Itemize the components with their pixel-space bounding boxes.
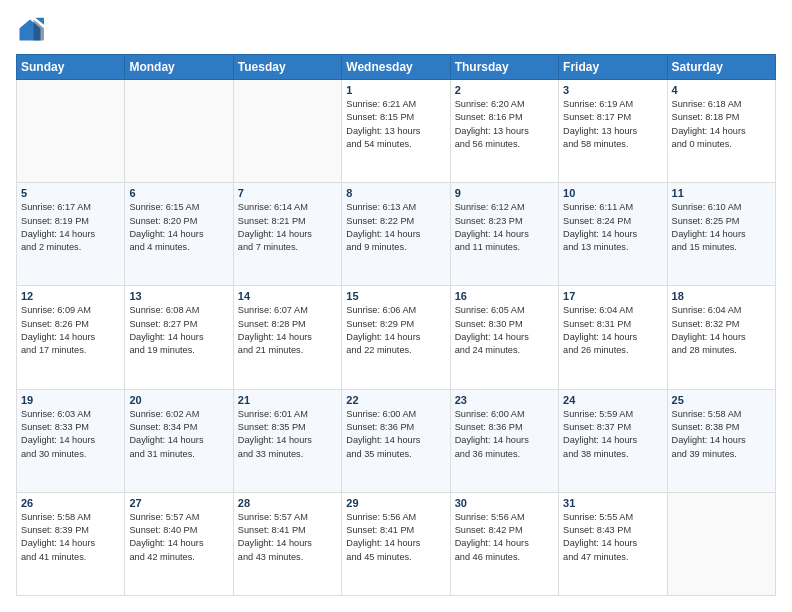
week-row-5: 26Sunrise: 5:58 AMSunset: 8:39 PMDayligh…: [17, 492, 776, 595]
header: [16, 16, 776, 44]
day-info: Sunrise: 6:12 AMSunset: 8:23 PMDaylight:…: [455, 201, 554, 254]
day-info: Sunrise: 6:00 AMSunset: 8:36 PMDaylight:…: [346, 408, 445, 461]
calendar-cell: 23Sunrise: 6:00 AMSunset: 8:36 PMDayligh…: [450, 389, 558, 492]
day-number: 15: [346, 290, 445, 302]
day-info: Sunrise: 5:56 AMSunset: 8:41 PMDaylight:…: [346, 511, 445, 564]
calendar-cell: [667, 492, 775, 595]
day-info: Sunrise: 6:10 AMSunset: 8:25 PMDaylight:…: [672, 201, 771, 254]
calendar-cell: 30Sunrise: 5:56 AMSunset: 8:42 PMDayligh…: [450, 492, 558, 595]
day-info: Sunrise: 6:08 AMSunset: 8:27 PMDaylight:…: [129, 304, 228, 357]
calendar-cell: 20Sunrise: 6:02 AMSunset: 8:34 PMDayligh…: [125, 389, 233, 492]
weekday-header-tuesday: Tuesday: [233, 55, 341, 80]
calendar-table: SundayMondayTuesdayWednesdayThursdayFrid…: [16, 54, 776, 596]
day-number: 3: [563, 84, 662, 96]
calendar-cell: 1Sunrise: 6:21 AMSunset: 8:15 PMDaylight…: [342, 80, 450, 183]
calendar-cell: 21Sunrise: 6:01 AMSunset: 8:35 PMDayligh…: [233, 389, 341, 492]
day-number: 26: [21, 497, 120, 509]
day-number: 7: [238, 187, 337, 199]
calendar-cell: 28Sunrise: 5:57 AMSunset: 8:41 PMDayligh…: [233, 492, 341, 595]
day-info: Sunrise: 6:19 AMSunset: 8:17 PMDaylight:…: [563, 98, 662, 151]
weekday-header-thursday: Thursday: [450, 55, 558, 80]
day-info: Sunrise: 6:18 AMSunset: 8:18 PMDaylight:…: [672, 98, 771, 151]
day-number: 1: [346, 84, 445, 96]
calendar-cell: 16Sunrise: 6:05 AMSunset: 8:30 PMDayligh…: [450, 286, 558, 389]
calendar-cell: 14Sunrise: 6:07 AMSunset: 8:28 PMDayligh…: [233, 286, 341, 389]
day-number: 12: [21, 290, 120, 302]
day-number: 24: [563, 394, 662, 406]
day-info: Sunrise: 5:56 AMSunset: 8:42 PMDaylight:…: [455, 511, 554, 564]
calendar-cell: 10Sunrise: 6:11 AMSunset: 8:24 PMDayligh…: [559, 183, 667, 286]
weekday-header-row: SundayMondayTuesdayWednesdayThursdayFrid…: [17, 55, 776, 80]
calendar-cell: 7Sunrise: 6:14 AMSunset: 8:21 PMDaylight…: [233, 183, 341, 286]
calendar-cell: 22Sunrise: 6:00 AMSunset: 8:36 PMDayligh…: [342, 389, 450, 492]
day-info: Sunrise: 6:00 AMSunset: 8:36 PMDaylight:…: [455, 408, 554, 461]
day-number: 17: [563, 290, 662, 302]
day-number: 16: [455, 290, 554, 302]
week-row-1: 1Sunrise: 6:21 AMSunset: 8:15 PMDaylight…: [17, 80, 776, 183]
day-number: 21: [238, 394, 337, 406]
day-info: Sunrise: 5:57 AMSunset: 8:40 PMDaylight:…: [129, 511, 228, 564]
weekday-header-friday: Friday: [559, 55, 667, 80]
page: SundayMondayTuesdayWednesdayThursdayFrid…: [0, 0, 792, 612]
day-number: 31: [563, 497, 662, 509]
day-info: Sunrise: 6:17 AMSunset: 8:19 PMDaylight:…: [21, 201, 120, 254]
weekday-header-saturday: Saturday: [667, 55, 775, 80]
calendar-cell: 9Sunrise: 6:12 AMSunset: 8:23 PMDaylight…: [450, 183, 558, 286]
day-number: 23: [455, 394, 554, 406]
calendar-cell: 11Sunrise: 6:10 AMSunset: 8:25 PMDayligh…: [667, 183, 775, 286]
day-number: 22: [346, 394, 445, 406]
calendar-cell: [125, 80, 233, 183]
day-number: 30: [455, 497, 554, 509]
day-info: Sunrise: 6:04 AMSunset: 8:32 PMDaylight:…: [672, 304, 771, 357]
logo: [16, 16, 48, 44]
day-info: Sunrise: 6:15 AMSunset: 8:20 PMDaylight:…: [129, 201, 228, 254]
calendar-cell: 5Sunrise: 6:17 AMSunset: 8:19 PMDaylight…: [17, 183, 125, 286]
weekday-header-wednesday: Wednesday: [342, 55, 450, 80]
calendar-cell: [17, 80, 125, 183]
day-info: Sunrise: 6:06 AMSunset: 8:29 PMDaylight:…: [346, 304, 445, 357]
day-info: Sunrise: 6:20 AMSunset: 8:16 PMDaylight:…: [455, 98, 554, 151]
day-info: Sunrise: 6:21 AMSunset: 8:15 PMDaylight:…: [346, 98, 445, 151]
weekday-header-sunday: Sunday: [17, 55, 125, 80]
calendar-cell: 26Sunrise: 5:58 AMSunset: 8:39 PMDayligh…: [17, 492, 125, 595]
day-info: Sunrise: 5:57 AMSunset: 8:41 PMDaylight:…: [238, 511, 337, 564]
day-info: Sunrise: 6:11 AMSunset: 8:24 PMDaylight:…: [563, 201, 662, 254]
day-number: 13: [129, 290, 228, 302]
day-number: 28: [238, 497, 337, 509]
day-number: 10: [563, 187, 662, 199]
calendar-cell: [233, 80, 341, 183]
day-info: Sunrise: 5:58 AMSunset: 8:39 PMDaylight:…: [21, 511, 120, 564]
calendar-cell: 12Sunrise: 6:09 AMSunset: 8:26 PMDayligh…: [17, 286, 125, 389]
calendar-cell: 27Sunrise: 5:57 AMSunset: 8:40 PMDayligh…: [125, 492, 233, 595]
day-info: Sunrise: 6:03 AMSunset: 8:33 PMDaylight:…: [21, 408, 120, 461]
day-info: Sunrise: 6:02 AMSunset: 8:34 PMDaylight:…: [129, 408, 228, 461]
week-row-3: 12Sunrise: 6:09 AMSunset: 8:26 PMDayligh…: [17, 286, 776, 389]
calendar-cell: 24Sunrise: 5:59 AMSunset: 8:37 PMDayligh…: [559, 389, 667, 492]
day-number: 8: [346, 187, 445, 199]
day-info: Sunrise: 5:55 AMSunset: 8:43 PMDaylight:…: [563, 511, 662, 564]
day-number: 6: [129, 187, 228, 199]
calendar-cell: 17Sunrise: 6:04 AMSunset: 8:31 PMDayligh…: [559, 286, 667, 389]
day-info: Sunrise: 6:04 AMSunset: 8:31 PMDaylight:…: [563, 304, 662, 357]
calendar-cell: 18Sunrise: 6:04 AMSunset: 8:32 PMDayligh…: [667, 286, 775, 389]
week-row-2: 5Sunrise: 6:17 AMSunset: 8:19 PMDaylight…: [17, 183, 776, 286]
day-number: 5: [21, 187, 120, 199]
day-number: 29: [346, 497, 445, 509]
day-info: Sunrise: 6:14 AMSunset: 8:21 PMDaylight:…: [238, 201, 337, 254]
calendar-cell: 29Sunrise: 5:56 AMSunset: 8:41 PMDayligh…: [342, 492, 450, 595]
day-info: Sunrise: 6:01 AMSunset: 8:35 PMDaylight:…: [238, 408, 337, 461]
day-number: 11: [672, 187, 771, 199]
calendar-cell: 3Sunrise: 6:19 AMSunset: 8:17 PMDaylight…: [559, 80, 667, 183]
calendar-cell: 8Sunrise: 6:13 AMSunset: 8:22 PMDaylight…: [342, 183, 450, 286]
calendar-cell: 4Sunrise: 6:18 AMSunset: 8:18 PMDaylight…: [667, 80, 775, 183]
day-number: 19: [21, 394, 120, 406]
day-number: 18: [672, 290, 771, 302]
day-number: 27: [129, 497, 228, 509]
calendar-cell: 2Sunrise: 6:20 AMSunset: 8:16 PMDaylight…: [450, 80, 558, 183]
day-number: 2: [455, 84, 554, 96]
day-info: Sunrise: 6:09 AMSunset: 8:26 PMDaylight:…: [21, 304, 120, 357]
day-number: 4: [672, 84, 771, 96]
calendar-cell: 15Sunrise: 6:06 AMSunset: 8:29 PMDayligh…: [342, 286, 450, 389]
day-info: Sunrise: 5:59 AMSunset: 8:37 PMDaylight:…: [563, 408, 662, 461]
calendar-cell: 19Sunrise: 6:03 AMSunset: 8:33 PMDayligh…: [17, 389, 125, 492]
